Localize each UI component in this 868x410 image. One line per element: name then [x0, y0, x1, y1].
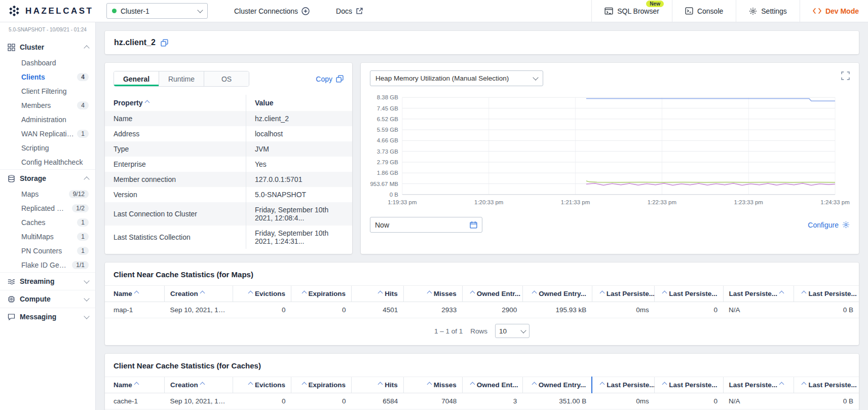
cell: N/A [723, 302, 794, 318]
cell: Sep 10, 2021, 12:08:46 [165, 393, 233, 409]
column-header-misses[interactable]: Misses [403, 286, 462, 302]
column-header-last-persiste[interactable]: Last Persiste... [723, 286, 794, 302]
column-header-creation[interactable]: Creation [165, 286, 233, 302]
cluster-selector[interactable]: Cluster-1 [106, 3, 208, 19]
column-header-evictions[interactable]: Evictions [233, 377, 291, 393]
column-header-creation[interactable]: Creation [165, 377, 233, 393]
cluster-icon [8, 44, 15, 51]
sidebar-item-client-filtering[interactable]: Client Filtering [0, 84, 95, 98]
sidebar-item-pn-counters[interactable]: PN Counters1 [0, 244, 95, 258]
copy-button[interactable]: Copy [316, 75, 344, 83]
hazelcast-logo[interactable]: HAZELCAST [8, 5, 106, 17]
column-header-last-persiste[interactable]: Last Persiste... [655, 286, 723, 302]
sidebar-section-cluster[interactable]: Cluster [0, 39, 95, 56]
column-header-name[interactable]: Name [105, 377, 165, 393]
property-value: localhost [246, 126, 353, 141]
sidebar-item-maps[interactable]: Maps9/12 [0, 187, 95, 201]
sidebar-item-label: Administration [21, 116, 89, 124]
sidebar-section-storage[interactable]: Storage [0, 169, 95, 187]
copy-label: Copy [316, 75, 332, 83]
topbar-actions: New SQL Browser Console [591, 0, 868, 22]
sidebar-item-label: Flake ID Generators [21, 261, 69, 269]
property-name: Type [105, 141, 246, 157]
tab-general[interactable]: General [114, 71, 159, 86]
sidebar-item-members[interactable]: Members4 [0, 98, 95, 113]
property-row: Version5.0-SNAPSHOT [105, 187, 352, 202]
sidebar-section-messaging[interactable]: Messaging [0, 308, 95, 325]
sidebar-item-scripting[interactable]: Scripting [0, 141, 95, 155]
column-header-last-persiste[interactable]: Last Persiste... [592, 377, 655, 393]
column-header-owned-entr[interactable]: Owned Entr... [462, 286, 522, 302]
sidebar-item-replicated-maps[interactable]: Replicated Maps1/2 [0, 201, 95, 215]
column-header-hits[interactable]: Hits [352, 377, 404, 393]
cluster-status-dot [112, 9, 117, 13]
column-header-last-persiste[interactable]: Last Persiste... [592, 286, 655, 302]
svg-text:1:21:33 pm: 1:21:33 pm [561, 199, 590, 205]
column-header-name[interactable]: Name [105, 286, 165, 302]
tab-os[interactable]: OS [204, 71, 249, 86]
sidebar-item-dashboard[interactable]: Dashboard [0, 56, 95, 70]
section-label: Storage [20, 174, 80, 182]
metric-selector[interactable]: Heap Memory Utilization (Manual Selectio… [370, 70, 543, 86]
tab-runtime[interactable]: Runtime [159, 71, 204, 86]
copy-icon [336, 75, 344, 83]
sidebar-item-config-healthcheck[interactable]: Config Healthcheck [0, 155, 95, 169]
configure-link[interactable]: Configure [808, 221, 850, 229]
column-header-misses[interactable]: Misses [403, 377, 462, 393]
cell: map-1 [105, 302, 165, 318]
version-label: 5.0-SNAPSHOT - 10/09/21 - 01:24 [0, 27, 95, 32]
svg-text:1:23:33 pm: 1:23:33 pm [734, 199, 763, 205]
heap-memory-card: Heap Memory Utilization (Manual Selectio… [361, 63, 859, 254]
sort-icon [248, 291, 253, 296]
sort-icon [248, 382, 253, 387]
svg-text:1:22:33 pm: 1:22:33 pm [648, 199, 676, 205]
column-header-owned-entry[interactable]: Owned Entry... [522, 286, 592, 302]
property-table-body: Namehz.client_2AddresslocalhostTypeJVMEn… [105, 111, 352, 249]
sidebar-item-label: Clients [21, 73, 74, 81]
settings-button[interactable]: Settings [736, 0, 800, 22]
property-column-header[interactable]: Property [105, 95, 246, 111]
sql-browser-icon [605, 7, 613, 15]
column-header-last-persiste[interactable]: Last Persiste... [794, 286, 859, 302]
property-name: Member connection [105, 172, 246, 187]
time-range-value: Now [375, 221, 389, 229]
rows-per-page-select[interactable]: 10 [495, 324, 530, 338]
cell: 6584 [352, 393, 404, 409]
sidebar-item-clients[interactable]: Clients4 [0, 70, 95, 84]
column-header-last-persiste[interactable]: Last Persiste... [723, 377, 794, 393]
sort-icon [134, 382, 139, 387]
sidebar-item-wan-replication[interactable]: WAN Replication1 [0, 127, 95, 141]
column-header-evictions[interactable]: Evictions [233, 286, 291, 302]
column-header-last-persiste[interactable]: Last Persiste... [794, 377, 859, 393]
time-range-input[interactable]: Now [370, 217, 482, 233]
column-header-owned-entry[interactable]: Owned Entry... [522, 377, 592, 393]
sort-icon [802, 291, 807, 296]
console-button[interactable]: Console [672, 0, 736, 22]
sql-browser-button[interactable]: New SQL Browser [591, 0, 672, 22]
cell: Sep 10, 2021, 12:08:46 [165, 302, 233, 318]
property-row: Member connection127.0.0.1:5701 [105, 172, 352, 187]
sidebar-section-streaming[interactable]: Streaming [0, 272, 95, 290]
property-row: EnterpriseYes [105, 157, 352, 172]
sidebar-item-label: Members [21, 101, 74, 109]
cluster-connections-link[interactable]: Cluster Connections [234, 7, 310, 15]
column-header-last-persiste[interactable]: Last Persiste... [655, 377, 723, 393]
docs-link[interactable]: Docs [336, 7, 363, 15]
column-header-owned-ent[interactable]: Owned Ent... [462, 377, 522, 393]
client-title-card: hz.client_2 [105, 31, 859, 54]
sidebar-section-compute[interactable]: Compute [0, 290, 95, 308]
column-header-expirations[interactable]: Expirations [291, 377, 352, 393]
property-value: Yes [246, 157, 353, 172]
sidebar-item-flake-id-generators[interactable]: Flake ID Generators1/1 [0, 258, 95, 272]
sidebar-item-caches[interactable]: Caches1 [0, 215, 95, 230]
sort-icon [427, 291, 432, 296]
dev-mode-button[interactable]: Dev Mode [800, 0, 868, 22]
sidebar-item-multimaps[interactable]: MultiMaps1 [0, 230, 95, 244]
sidebar-item-administration[interactable]: Administration [0, 113, 95, 127]
count-badge: 4 [77, 73, 89, 81]
copy-name-icon[interactable] [161, 39, 168, 47]
column-header-hits[interactable]: Hits [352, 286, 404, 302]
column-header-expirations[interactable]: Expirations [291, 286, 352, 302]
fullscreen-icon[interactable] [841, 71, 850, 80]
count-badge: 1 [77, 130, 89, 138]
